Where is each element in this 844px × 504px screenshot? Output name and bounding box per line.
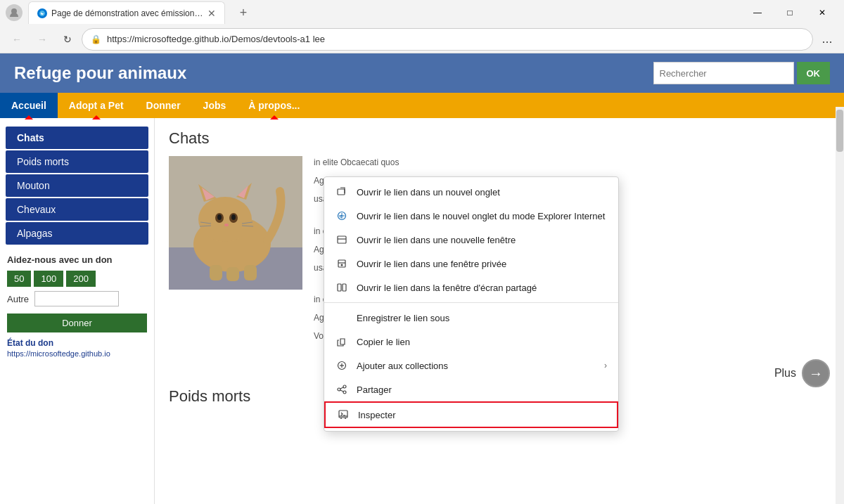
browser-tab[interactable]: Page de démonstration avec émission d'ac… (28, 1, 225, 24)
svg-point-35 (338, 388, 340, 391)
ctx-copy-link[interactable]: Copier le lien (324, 330, 618, 354)
amount-50[interactable]: 50 (7, 271, 31, 287)
ctx-share-label: Partager (357, 385, 607, 395)
svg-text:e: e (340, 214, 343, 219)
browser-chrome: Page de démonstration avec émission d'ac… (0, 0, 844, 53)
search-input[interactable] (653, 62, 794, 84)
nav-item-donner[interactable]: Donner (135, 93, 192, 118)
sidebar-label-chevaux: Chevaux (17, 204, 56, 215)
url-text: https://microsoftedge.github.io/Demos/de… (107, 34, 804, 44)
site-nav: Accueil Adopt a Pet Donner Jobs À propos… (0, 93, 844, 118)
nav-label-adopt: Adopt a Pet (69, 100, 124, 111)
refresh-button[interactable]: ↻ (56, 28, 79, 51)
sidebar: Chats Poids morts Mouton Chevaux Alpagas… (0, 118, 155, 504)
tab-close-button[interactable]: ✕ (207, 8, 216, 19)
sidebar-item-chevaux[interactable]: Chevaux (6, 198, 148, 221)
ctx-save-link[interactable]: Enregistrer le lien sous (324, 306, 618, 330)
ie-icon: e (335, 209, 348, 222)
back-button[interactable]: ← (6, 28, 28, 51)
svg-point-28 (341, 264, 343, 266)
edge-icon (37, 8, 47, 18)
svg-point-42 (345, 418, 346, 419)
ctx-separator-1 (324, 302, 618, 303)
sidebar-item-poids-morts[interactable]: Poids morts (6, 150, 148, 173)
nav-label-accueil: Accueil (11, 100, 46, 111)
save-link-icon (335, 311, 348, 324)
share-icon (335, 383, 348, 396)
context-menu: Ouvrir le lien dans un nouvel onglet e O… (324, 176, 619, 432)
copy-link-icon (335, 335, 348, 348)
cat-image (169, 156, 302, 290)
sidebar-label-poids-morts: Poids morts (17, 156, 69, 167)
sidebar-item-mouton[interactable]: Mouton (6, 174, 148, 197)
new-tab-button[interactable]: + (234, 3, 253, 22)
nav-item-jobs[interactable]: Jobs (192, 93, 238, 118)
site-footer-link: https://microsoftedge.github.io (7, 349, 147, 358)
nav-label-donner: Donner (146, 100, 181, 111)
svg-line-37 (340, 387, 343, 389)
ctx-new-window[interactable]: Ouvrir le lien dans une nouvelle fenêtre (324, 228, 618, 252)
ctx-add-collection-label: Ajouter aux collections (357, 361, 596, 371)
svg-rect-21 (338, 189, 345, 195)
other-label: Autre (7, 291, 147, 306)
ctx-private-window[interactable]: Ouvrir le lien dans une fenêtre privée (324, 252, 618, 276)
more-circle-button[interactable]: → (802, 359, 830, 387)
new-tab-icon (335, 186, 348, 198)
other-amount-input[interactable] (34, 291, 119, 306)
chats-text1: in elite Obcaecati quos (314, 156, 830, 169)
ctx-share[interactable]: Partager (324, 377, 618, 401)
nav-label-apropos: À propos... (248, 100, 300, 111)
svg-point-13 (224, 224, 229, 226)
private-window-icon (335, 257, 348, 270)
ctx-save-link-label: Enregistrer le lien sous (357, 313, 607, 323)
svg-point-34 (343, 385, 346, 388)
close-button[interactable]: ✕ (806, 0, 838, 25)
svg-point-12 (231, 214, 236, 220)
title-bar-left: Page de démonstration avec émission d'ac… (6, 1, 253, 24)
donation-state-label: État du don (7, 338, 147, 348)
ctx-add-collection[interactable]: Ajouter aux collections › (324, 354, 618, 377)
amount-100[interactable]: 100 (34, 271, 63, 287)
user-avatar (6, 4, 23, 21)
svg-rect-29 (338, 284, 341, 291)
collection-submenu-arrow: › (604, 361, 607, 370)
donate-button[interactable]: Donner (7, 314, 147, 332)
nav-item-accueil[interactable]: Accueil (0, 93, 58, 118)
ctx-new-tab[interactable]: Ouvrir le lien dans un nouvel onglet (324, 180, 618, 204)
ctx-ie-tab-label: Ouvrir le lien dans le nouvel onglet du … (357, 211, 607, 221)
nav-item-apropos[interactable]: À propos... (237, 93, 311, 118)
maximize-button[interactable]: □ (774, 0, 806, 25)
scrollbar-thumb[interactable] (836, 110, 843, 152)
collection-icon (335, 359, 348, 372)
nav-item-adopt[interactable]: Adopt a Pet (58, 93, 135, 118)
svg-line-38 (340, 390, 343, 392)
tab-title: Page de démonstration avec émission d'ac… (51, 8, 203, 18)
window-controls: — □ ✕ (741, 0, 838, 25)
ctx-split-window[interactable]: Ouvrir le lien dans la fenêtre d'écran p… (324, 276, 618, 299)
amount-200[interactable]: 200 (66, 271, 96, 287)
sidebar-label-alpagas: Alpagas (17, 228, 53, 239)
search-button[interactable]: OK (797, 62, 831, 84)
donation-section: Aidez-nous avec un don 50 100 200 Autre … (0, 246, 154, 366)
sidebar-item-chats[interactable]: Chats (6, 127, 148, 149)
nav-bar: ← → ↻ 🔒 https://microsoftedge.github.io/… (0, 25, 844, 53)
lock-icon: 🔒 (91, 34, 101, 44)
nav-highlight (25, 115, 33, 119)
vertical-scrollbar[interactable] (836, 107, 844, 504)
minimize-button[interactable]: — (741, 0, 774, 25)
ctx-copy-link-label: Copier le lien (357, 337, 607, 347)
ctx-inspect[interactable]: Inspecter (324, 401, 618, 428)
forward-button[interactable]: → (31, 28, 53, 51)
donation-title: Aidez-nous avec un don (7, 254, 147, 265)
ctx-new-tab-label: Ouvrir le lien dans un nouvel onglet (357, 187, 607, 198)
address-bar[interactable]: 🔒 https://microsoftedge.github.io/Demos/… (82, 28, 813, 51)
ctx-inspect-label: Inspecter (358, 410, 606, 420)
browser-more-button[interactable]: ... (816, 28, 838, 51)
svg-rect-30 (343, 284, 346, 291)
ctx-new-window-label: Ouvrir le lien dans une nouvelle fenêtre (357, 235, 607, 245)
svg-point-4 (198, 197, 252, 242)
ctx-ie-tab[interactable]: e Ouvrir le lien dans le nouvel onglet d… (324, 204, 618, 228)
sidebar-item-alpagas[interactable]: Alpagas (6, 222, 148, 245)
site-title: Refuge pour animaux (14, 63, 186, 83)
svg-rect-19 (226, 267, 239, 281)
